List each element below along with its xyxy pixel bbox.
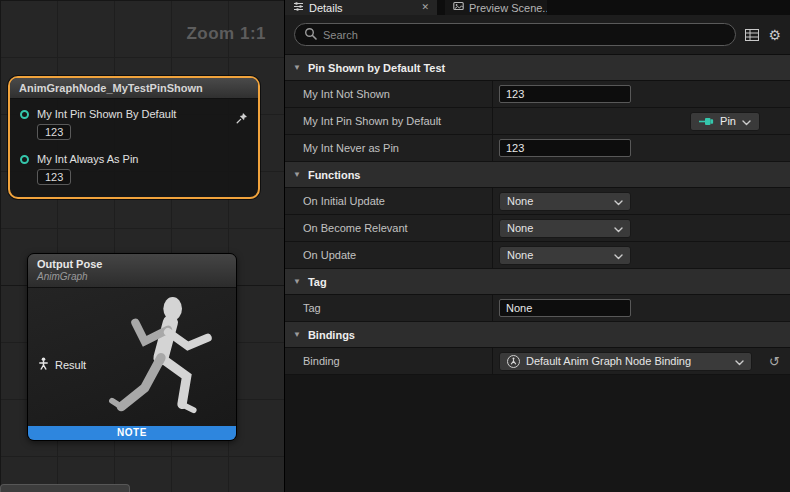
property-label: Binding — [285, 355, 492, 367]
property-label: My Int Not Shown — [285, 88, 492, 100]
result-pin-row: Result — [38, 356, 86, 374]
note-banner: NOTE — [28, 426, 236, 440]
chevron-down-icon — [614, 192, 623, 210]
partial-node-offscreen[interactable] — [0, 484, 130, 492]
property-value-cell: Pin — [492, 108, 790, 134]
pose-pin-icon[interactable] — [38, 356, 49, 374]
search-box[interactable] — [294, 23, 736, 46]
animgraph-canvas[interactable]: Zoom 1:1 AnimGraphNode_MyTestPinShown My… — [0, 0, 285, 492]
section-functions[interactable]: ▼ Functions — [285, 162, 790, 188]
row-my-int-pin-shown-by-default: My Int Pin Shown by Default Pin — [285, 108, 790, 135]
tag-input[interactable] — [499, 299, 631, 317]
pin-icon — [699, 112, 714, 130]
property-label: On Become Relevant — [285, 222, 492, 234]
binding-dropdown[interactable]: Default Anim Graph Node Binding — [499, 352, 752, 371]
node-title: Output Pose — [37, 258, 227, 270]
chevron-down-icon — [735, 352, 744, 370]
details-toolbar: ⚙ — [285, 15, 790, 55]
tab-label: Preview Scene... — [469, 2, 547, 14]
result-pin-label: Result — [55, 359, 86, 371]
row-my-int-never-as-pin: My Int Never as Pin — [285, 135, 790, 162]
node-body: My Int Pin Shown By Default 123 My Int A… — [10, 99, 258, 197]
pin-label: My Int Pin Shown By Default — [37, 108, 176, 120]
row-on-initial-update: On Initial Update None — [285, 188, 790, 215]
pin-toggle-label: Pin — [720, 115, 736, 127]
chevron-down-icon: ▼ — [293, 63, 301, 72]
pin-toggle-dropdown[interactable]: Pin — [690, 112, 760, 131]
on-update-dropdown[interactable]: None — [499, 246, 631, 265]
chevron-down-icon — [614, 246, 623, 264]
property-list: ▼ Pin Shown by Default Test My Int Not S… — [285, 55, 790, 492]
pin-label: My Int Always As Pin — [37, 153, 138, 165]
section-bindings[interactable]: ▼ Bindings — [285, 322, 790, 348]
tab-label: Details — [309, 2, 343, 14]
property-label: On Update — [285, 249, 492, 261]
mannequin-figure-image — [97, 290, 232, 434]
property-value-cell: None — [492, 242, 790, 268]
unreal-editor-window: Zoom 1:1 AnimGraphNode_MyTestPinShown My… — [0, 0, 790, 492]
pin-row: My Int Pin Shown By Default 123 — [18, 108, 250, 140]
on-initial-update-dropdown[interactable]: None — [499, 192, 631, 211]
property-value-cell: Default Anim Graph Node Binding ↺ — [492, 348, 790, 374]
chevron-down-icon: ▼ — [293, 170, 301, 179]
pin-value-box[interactable]: 123 — [37, 124, 71, 140]
pushpin-icon[interactable] — [236, 110, 248, 128]
binding-icon — [507, 355, 520, 368]
revert-binding-icon[interactable]: ↺ — [769, 355, 780, 368]
int-input-pin[interactable] — [20, 110, 29, 119]
node-subtitle: AnimGraph — [37, 271, 227, 282]
preview-scene-tab-icon — [453, 1, 464, 14]
search-icon — [304, 26, 317, 44]
property-value-cell: None — [492, 188, 790, 214]
tab-details[interactable]: Details ✕ — [285, 0, 437, 15]
node-output-pose[interactable]: Output Pose AnimGraph — [27, 253, 237, 441]
node-header[interactable]: Output Pose AnimGraph — [28, 254, 236, 288]
chevron-down-icon — [742, 112, 751, 130]
section-tag[interactable]: ▼ Tag — [285, 269, 790, 295]
my-int-not-shown-input[interactable] — [499, 85, 631, 103]
close-icon[interactable]: ✕ — [421, 3, 429, 12]
row-on-update: On Update None — [285, 242, 790, 269]
node-body: Result NOTE — [28, 288, 236, 440]
row-my-int-not-shown: My Int Not Shown — [285, 81, 790, 108]
section-pin-shown-by-default-test[interactable]: ▼ Pin Shown by Default Test — [285, 55, 790, 81]
chevron-down-icon: ▼ — [293, 330, 301, 339]
property-label: My Int Never as Pin — [285, 142, 492, 154]
property-value-cell — [492, 81, 790, 107]
property-value-cell: None — [492, 215, 790, 241]
property-label: On Initial Update — [285, 195, 492, 207]
row-tag: Tag — [285, 295, 790, 322]
details-panel: Details ✕ Preview Scene... — [285, 0, 790, 492]
chevron-down-icon: ▼ — [293, 277, 301, 286]
pin-value-box[interactable]: 123 — [37, 169, 71, 185]
search-input[interactable] — [323, 29, 726, 41]
tab-preview-scene[interactable]: Preview Scene... — [445, 0, 547, 15]
details-tab-icon — [293, 1, 304, 14]
row-on-become-relevant: On Become Relevant None — [285, 215, 790, 242]
property-label: My Int Pin Shown by Default — [285, 115, 492, 127]
view-options-grid-icon[interactable] — [745, 29, 759, 41]
node-title[interactable]: AnimGraphNode_MyTestPinShown — [10, 78, 258, 99]
chevron-down-icon — [614, 219, 623, 237]
property-label: Tag — [285, 302, 492, 314]
on-become-relevant-dropdown[interactable]: None — [499, 219, 631, 238]
pin-row: My Int Always As Pin 123 — [18, 153, 250, 185]
node-animgraphnode-mytestpinshown[interactable]: AnimGraphNode_MyTestPinShown My Int Pin … — [8, 76, 260, 199]
gear-icon[interactable]: ⚙ — [768, 28, 781, 42]
zoom-level-label: Zoom 1:1 — [186, 24, 266, 44]
tab-bar: Details ✕ Preview Scene... — [285, 0, 790, 15]
property-value-cell — [492, 295, 790, 321]
property-value-cell — [492, 135, 790, 161]
int-input-pin[interactable] — [20, 155, 29, 164]
my-int-never-as-pin-input[interactable] — [499, 139, 631, 157]
row-binding: Binding Default Anim Graph Node Binding — [285, 348, 790, 375]
